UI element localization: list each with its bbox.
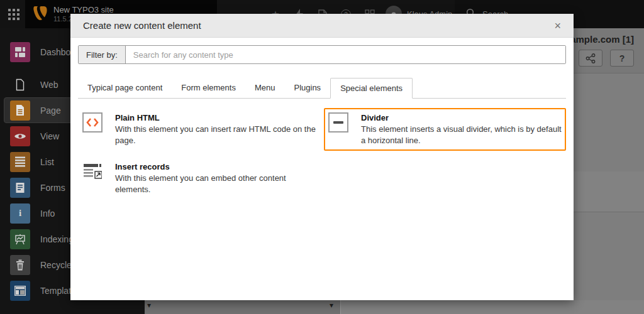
filter-group: Filter by: [78,45,566,64]
element-description: With this element you can insert raw HTM… [115,124,316,146]
sidebar-item-label: Page [40,106,61,116]
bottom-select-left[interactable]: ▾ ▾ [145,300,340,314]
list-icon [10,152,30,172]
element-divider[interactable]: Divider This element inserts a visual di… [324,108,566,151]
info-icon: i [10,203,30,224]
page-icon [10,100,30,121]
element-plain-html[interactable]: Plain HTML With this element you can ins… [78,108,320,151]
modal-header: Create new content element × [70,14,574,38]
chevron-down-icon[interactable]: ▾ [330,301,333,310]
module-menu-toggle-icon[interactable] [8,8,20,21]
sidebar-item-label: Recycler [40,260,74,270]
share-icon [586,53,596,63]
element-grid: Plain HTML With this element you can ins… [78,108,566,200]
template-layout-icon [10,281,30,301]
close-icon[interactable]: × [554,20,561,31]
modal-title: Create new content element [83,20,201,31]
share-button[interactable] [579,50,602,67]
element-insert-records[interactable]: Insert records With this element you can… [78,157,320,200]
forms-icon [10,178,30,198]
sidebar-item-label: Web [40,80,58,90]
element-title: Plain HTML [115,112,316,123]
element-description: This element inserts a visual divider, w… [361,124,562,146]
recycler-trash-icon [10,255,30,275]
tab-menu[interactable]: Menu [245,78,285,98]
typo3-logo-icon [33,5,48,24]
content-element-tabs: Typical page content Form elements Menu … [78,78,566,99]
sidebar-item-label: Forms [40,183,65,193]
chevron-down-icon[interactable]: ▾ [147,301,151,310]
code-icon [82,112,103,133]
records-icon [82,161,103,181]
element-title: Divider [361,112,562,123]
bottom-select-bar: ▾ ▾ [145,300,644,314]
modal-body: Filter by: Typical page content Form ele… [70,38,574,300]
divider-icon [328,112,348,133]
filter-by-label: Filter by: [79,46,126,63]
tab-plugins[interactable]: Plugins [284,78,330,98]
view-eye-icon [10,126,30,146]
sidebar-item-label: List [40,157,54,167]
content-type-search-input[interactable] [126,46,565,63]
indexing-icon [10,229,30,249]
docheader-help-button[interactable]: ? [610,50,634,67]
sidebar-item-label: Indexing [40,234,74,244]
create-content-element-modal: Create new content element × Filter by: … [70,14,574,300]
typo3-backend: New TYPO3 site 11.5.2 ★ ? Klaus Admin Se… [0,0,644,314]
web-icon [10,75,30,95]
bottom-select-right[interactable] [341,300,644,314]
dashboard-icon [10,42,30,62]
element-title: Insert records [115,161,316,172]
tab-form-elements[interactable]: Form elements [172,78,245,98]
tab-typical-page-content[interactable]: Typical page content [78,78,172,98]
element-description: With this element you can embed other co… [115,173,316,195]
sidebar-item-label: Info [40,208,55,219]
sidebar-item-label: View [40,131,59,141]
tab-special-elements[interactable]: Special elements [330,78,413,99]
